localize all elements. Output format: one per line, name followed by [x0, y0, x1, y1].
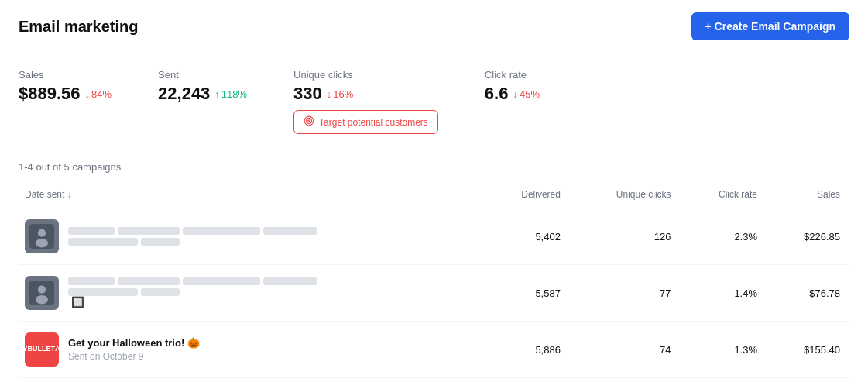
campaign-info-row: 🔲	[25, 276, 473, 310]
stat-click-rate-value: 6.6 ↓ 45%	[485, 84, 540, 104]
unique-clicks-cell: 77	[570, 265, 681, 322]
campaigns-table: Date sent ↓ Delivered Unique clicks Clic…	[19, 181, 849, 389]
unique-clicks-cell: 74	[570, 322, 681, 378]
stat-click-rate-change: ↓ 45%	[513, 88, 540, 100]
campaign-cell: ONLYBULLETAWAY Get your Halloween trio! …	[19, 322, 482, 378]
campaign-info-row: ONLYBULLETAWAY Get your Halloween trio! …	[25, 332, 473, 367]
stat-sent-value: 22,243 ↑ 118%	[158, 84, 247, 104]
campaign-text	[68, 227, 317, 246]
col-click-rate: Click rate	[681, 181, 767, 208]
campaign-cell	[19, 208, 482, 265]
delivered-cell: 5,402	[482, 208, 570, 265]
sales-cell: $226.85	[767, 208, 849, 265]
sales-cell: $0.00	[767, 378, 849, 390]
stat-sales: Sales $889.56 ↓ 84%	[19, 69, 112, 134]
click-rate-cell: 2.3%	[681, 208, 767, 265]
table-row: 40% OFF Summer ENDS TODAY! Sent on Octob…	[19, 378, 849, 390]
stat-sent: Sent 22,243 ↑ 118%	[158, 69, 247, 134]
col-date-sent: Date sent ↓	[19, 181, 482, 208]
campaign-date: Sent on October 9	[68, 351, 200, 362]
stat-sales-change: ↓ 84%	[85, 88, 112, 100]
arrow-down-icon: ↓	[327, 88, 332, 100]
stats-row: Sales $889.56 ↓ 84% Sent 22,243 ↑ 118% U…	[0, 53, 868, 150]
stat-sales-label: Sales	[19, 69, 112, 81]
table-row: ONLYBULLETAWAY Get your Halloween trio! …	[19, 322, 849, 378]
arrow-up-icon: ↑	[214, 88, 220, 100]
arrow-down-icon: ↓	[85, 88, 91, 100]
campaign-cell: 🔲	[19, 265, 482, 322]
col-unique-clicks: Unique clicks	[570, 181, 681, 208]
arrow-down-icon: ↓	[513, 88, 518, 100]
click-rate-cell: 1.4%	[681, 265, 767, 322]
table-row: 5,402 126 2.3% $226.85	[19, 208, 849, 265]
create-email-campaign-button[interactable]: + Create Email Campaign	[691, 12, 849, 40]
stat-sent-label: Sent	[158, 69, 247, 81]
stat-unique-clicks: Unique clicks 330 ↓ 16% Target potential…	[293, 69, 438, 134]
svg-point-7	[38, 286, 46, 294]
stat-sent-change: ↑ 118%	[214, 88, 247, 100]
click-rate-cell: 3.2%	[681, 378, 767, 390]
table-header-row: Date sent ↓ Delivered Unique clicks Clic…	[19, 181, 849, 208]
campaigns-section: 1-4 out of 5 campaigns Date sent ↓ Deliv…	[0, 150, 868, 389]
target-icon	[304, 115, 314, 129]
table-row: 🔲 5,587 77 1.4% $76.78	[19, 265, 849, 322]
campaign-cell: 40% OFF Summer ENDS TODAY! Sent on Octob…	[19, 378, 482, 390]
stat-click-rate-label: Click rate	[485, 69, 540, 81]
svg-point-5	[36, 239, 48, 248]
sales-cell: $76.78	[767, 265, 849, 322]
campaigns-count: 1-4 out of 5 campaigns	[19, 150, 849, 181]
sales-cell: $155.40	[767, 322, 849, 378]
svg-point-4	[38, 229, 46, 237]
col-sales: Sales	[767, 181, 849, 208]
stat-unique-clicks-change: ↓ 16%	[327, 88, 354, 100]
unique-clicks-cell: 84	[570, 378, 681, 390]
stat-unique-clicks-value: 330 ↓ 16%	[293, 84, 438, 104]
svg-point-8	[36, 295, 48, 305]
svg-point-1	[307, 119, 312, 124]
delivered-cell: 5,886	[482, 322, 570, 378]
svg-point-2	[308, 120, 310, 122]
stat-sales-value: $889.56 ↓ 84%	[19, 84, 112, 104]
unique-clicks-cell: 126	[570, 208, 681, 265]
campaign-text: 🔲	[68, 277, 317, 308]
campaign-info-row	[25, 219, 473, 253]
delivered-cell: 5,587	[482, 265, 570, 322]
target-potential-customers-button[interactable]: Target potential customers	[293, 110, 438, 134]
delivered-cell: 2,631	[482, 378, 570, 390]
page-header: Email marketing + Create Email Campaign	[0, 0, 868, 53]
page-title: Email marketing	[19, 18, 139, 36]
col-delivered: Delivered	[482, 181, 570, 208]
click-rate-cell: 1.3%	[681, 322, 767, 378]
campaign-text: Get your Halloween trio! 🎃 Sent on Octob…	[68, 337, 200, 362]
stat-click-rate: Click rate 6.6 ↓ 45%	[485, 69, 540, 134]
campaign-name: Get your Halloween trio! 🎃	[68, 337, 200, 349]
stat-unique-clicks-label: Unique clicks	[293, 69, 438, 81]
